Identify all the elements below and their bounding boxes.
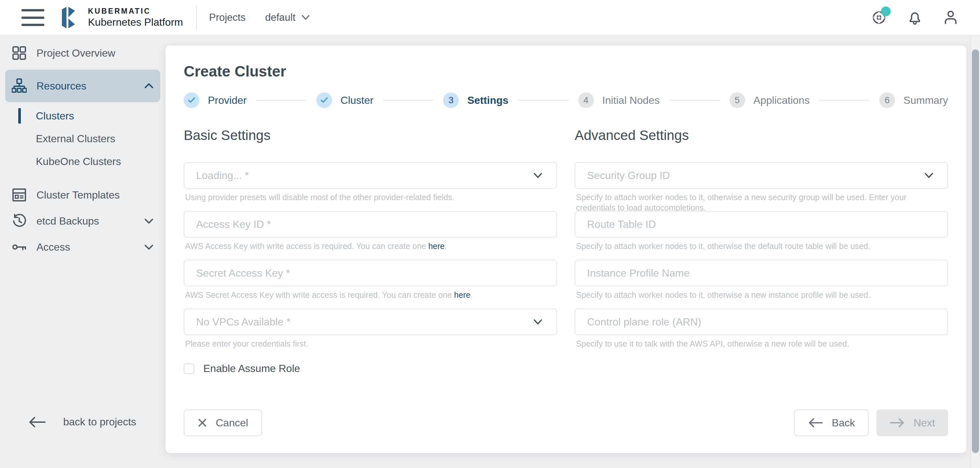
- notifications-bell-icon[interactable]: [907, 10, 923, 25]
- step-connector: [670, 100, 720, 101]
- chevron-down-icon: [533, 172, 543, 179]
- provider-preset-select[interactable]: [184, 162, 557, 189]
- provider-preset-input[interactable]: [185, 163, 557, 188]
- back-to-projects-link[interactable]: back to projects: [28, 416, 136, 428]
- route-table-id-input[interactable]: [575, 211, 947, 237]
- topbar-divider: [196, 6, 197, 29]
- step-label: Summary: [904, 94, 948, 106]
- scrollbar-thumb[interactable]: [972, 49, 979, 453]
- step-provider[interactable]: Provider: [184, 92, 247, 108]
- chevron-down-icon: [924, 172, 934, 179]
- projects-nav[interactable]: Projects: [209, 12, 246, 24]
- hint-text: .: [445, 241, 447, 251]
- hint-text: .: [471, 290, 473, 300]
- wizard-footer: Cancel Back Next: [184, 409, 948, 436]
- arrow-right-icon: [889, 417, 905, 428]
- step-applications[interactable]: 5 Applications: [729, 92, 810, 108]
- sidebar-item-label: Resources: [37, 80, 86, 92]
- vpc-hint: Please enter your credentials first.: [184, 338, 557, 349]
- create-cluster-card: Create Cluster Provider Cluster 3 Settin…: [165, 46, 966, 453]
- chevron-up-icon: [144, 82, 154, 89]
- hint-text: AWS Access Key with write access is requ…: [185, 241, 428, 251]
- route-table-id-field[interactable]: [575, 211, 948, 238]
- step-settings[interactable]: 3 Settings: [443, 92, 508, 108]
- hint-text: AWS Secret Access Key with write access …: [185, 290, 454, 300]
- back-button[interactable]: Back: [794, 409, 869, 436]
- step-cluster[interactable]: Cluster: [317, 92, 373, 108]
- step-check-bubble: [317, 92, 332, 108]
- arrow-left-icon: [808, 417, 823, 428]
- step-summary[interactable]: 6 Summary: [879, 92, 948, 108]
- next-button[interactable]: Next: [877, 409, 948, 436]
- sidebar-item-cluster-templates[interactable]: Cluster Templates: [5, 186, 160, 205]
- step-label: Initial Nodes: [602, 94, 660, 106]
- arrow-left-icon: [28, 416, 46, 428]
- instance-profile-name-input[interactable]: [575, 260, 947, 286]
- sidebar-item-label: etcd Backups: [37, 215, 99, 227]
- grid-icon: [12, 46, 27, 60]
- scrollbar-track[interactable]: [970, 36, 980, 468]
- security-group-id-select[interactable]: [575, 162, 948, 189]
- instance-profile-hint: Specify to attach worker nodes to it, ot…: [575, 290, 948, 300]
- sidebar-item-label: Project Overview: [37, 47, 115, 59]
- chevron-down-icon: [533, 319, 543, 325]
- back-to-projects-label: back to projects: [63, 416, 136, 428]
- step-connector: [383, 100, 433, 101]
- secret-key-hint: AWS Secret Access Key with write access …: [184, 290, 557, 300]
- step-number-bubble: 5: [729, 92, 745, 108]
- advanced-settings-heading: Advanced Settings: [575, 128, 948, 143]
- secret-access-key-input[interactable]: [185, 260, 557, 286]
- brand-line-2: Kubernetes Platform: [88, 17, 183, 28]
- sidebar-item-project-overview[interactable]: Project Overview: [5, 44, 160, 62]
- access-key-hint: AWS Access Key with write access is requ…: [184, 241, 557, 251]
- sidebar-item-etcd-backups[interactable]: etcd Backups: [5, 211, 160, 230]
- basic-settings-column: Using provider presets will disable most…: [184, 162, 557, 374]
- enable-assume-role-label: Enable Assume Role: [203, 363, 300, 374]
- step-number-bubble: 4: [578, 92, 594, 108]
- enable-assume-role-checkbox[interactable]: [184, 363, 194, 374]
- create-access-key-link[interactable]: here: [428, 241, 445, 251]
- sidebar-item-access[interactable]: Access: [5, 238, 160, 257]
- close-icon: [197, 418, 207, 428]
- template-icon: [12, 187, 27, 202]
- control-plane-role-field[interactable]: [575, 309, 948, 335]
- check-icon: [188, 97, 196, 103]
- step-number-bubble: 3: [443, 92, 459, 108]
- step-label: Applications: [754, 94, 810, 106]
- sidebar-item-label: Cluster Templates: [37, 189, 120, 201]
- cancel-button[interactable]: Cancel: [184, 409, 262, 436]
- control-plane-role-input[interactable]: [575, 309, 947, 335]
- sidebar-item-label: External Clusters: [36, 133, 115, 145]
- resources-tree-icon: [12, 78, 27, 94]
- step-label: Settings: [467, 94, 508, 106]
- user-account-icon[interactable]: [943, 10, 958, 25]
- sidebar-item-kubeone-clusters[interactable]: KubeOne Clusters: [0, 152, 165, 171]
- sidebar-item-resources[interactable]: Resources: [5, 70, 160, 102]
- instance-profile-name-field[interactable]: [575, 260, 948, 286]
- wizard-stepper: Provider Cluster 3 Settings 4 Initial No…: [184, 92, 948, 108]
- key-icon: [12, 240, 27, 254]
- sidebar-item-clusters[interactable]: Clusters: [0, 107, 165, 125]
- menu-icon[interactable]: [22, 9, 44, 26]
- enable-assume-role-row[interactable]: Enable Assume Role: [184, 363, 557, 374]
- advanced-settings-column: Specify to attach worker nodes to it, ot…: [575, 162, 948, 374]
- chevron-down-icon: [144, 244, 154, 250]
- step-initial-nodes[interactable]: 4 Initial Nodes: [578, 92, 660, 108]
- project-selector[interactable]: default: [265, 12, 310, 24]
- preset-hint: Using provider presets will disable most…: [184, 192, 557, 202]
- security-group-id-input[interactable]: [575, 163, 947, 188]
- sidebar-item-external-clusters[interactable]: External Clusters: [0, 130, 165, 148]
- secret-access-key-field[interactable]: [184, 260, 557, 286]
- step-label: Provider: [208, 94, 247, 106]
- create-secret-key-link[interactable]: here: [454, 290, 471, 300]
- access-key-id-input[interactable]: [185, 211, 557, 237]
- support-wheel-icon[interactable]: [871, 10, 887, 25]
- vpc-input[interactable]: [185, 309, 557, 335]
- brand-text: KUBERMATIC Kubernetes Platform: [88, 7, 183, 28]
- basic-settings-heading: Basic Settings: [184, 128, 557, 143]
- control-plane-role-hint: Specify to use it to talk with the AWS A…: [575, 338, 948, 349]
- access-key-id-field[interactable]: [184, 211, 557, 238]
- vpc-select[interactable]: [184, 309, 557, 335]
- kubermatic-logo: [59, 6, 80, 30]
- step-label: Cluster: [340, 94, 373, 106]
